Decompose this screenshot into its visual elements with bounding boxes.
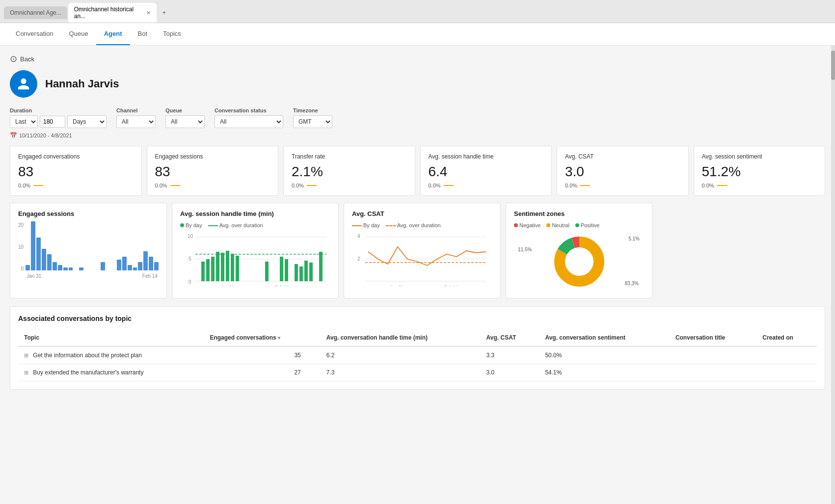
donut-chart-svg: [547, 232, 611, 291]
kpi-avg-handle-value: 6.4: [429, 164, 544, 180]
timezone-select[interactable]: GMT: [293, 115, 332, 128]
bar: [26, 265, 30, 270]
kpi-transfer-footer: 0.0%: [292, 183, 407, 188]
browser-tab-active[interactable]: Omnichannel historical an... ✕: [68, 3, 157, 23]
cell-created-on-1: [756, 346, 817, 364]
svg-rect-9: [206, 259, 210, 281]
bar: [69, 267, 73, 270]
bar: [128, 265, 132, 270]
svg-rect-14: [231, 254, 234, 281]
tab-active-label: Omnichannel historical an...: [74, 6, 141, 20]
kpi-avg-csat-line: [580, 185, 590, 186]
cell-avg-sentiment-2: 54.1%: [539, 364, 669, 381]
tab-agent[interactable]: Agent: [96, 23, 130, 45]
sentiment-pct-negative: 5.1%: [628, 236, 640, 241]
kpi-avg-csat-footer: 0.0%: [565, 183, 680, 188]
cell-topic-2: ⊞ Buy extended the manufacturer's warran…: [18, 364, 204, 381]
scrollbar[interactable]: [831, 46, 835, 504]
timezone-filter: Timezone GMT: [293, 107, 332, 128]
kpi-avg-sentiment-line: [717, 185, 727, 186]
bar: [31, 221, 35, 270]
cell-avg-sentiment-1: 50.0%: [539, 346, 669, 364]
duration-value-input[interactable]: [40, 116, 65, 128]
sentiment-pct-positive: 11.5%: [518, 247, 532, 252]
back-button[interactable]: ⊙ Back: [10, 53, 825, 64]
bar: [42, 249, 46, 270]
svg-rect-11: [216, 252, 219, 281]
kpi-avg-handle-footer: 0.0%: [429, 183, 544, 188]
bar: [133, 267, 137, 270]
bar: [63, 267, 68, 270]
col-conv-title: Conversation title: [670, 329, 756, 346]
sessions-x-labels: Jan 31 Feb 14: [26, 273, 159, 279]
kpi-engaged-sess-value: 83: [155, 164, 270, 180]
table-row: ⊞ Buy extended the manufacturer's warran…: [18, 364, 817, 381]
svg-rect-30: [309, 263, 313, 281]
cell-conv-title-1: [670, 346, 756, 364]
chart-avg-csat: Avg. CSAT By day Avg. over duration 4 2 …: [344, 203, 501, 298]
csat-by-day-legend: [352, 225, 362, 226]
bar: [58, 265, 62, 270]
add-tab-button[interactable]: +: [158, 6, 171, 19]
table-section: Associated conversations by topic Topic …: [10, 306, 825, 390]
sort-icon[interactable]: ▾: [278, 335, 280, 341]
kpi-avg-handle-change: 0.0%: [429, 183, 441, 188]
status-select[interactable]: All: [215, 115, 283, 128]
chart-avg-handle-title: Avg. session handle time (min): [180, 210, 330, 217]
calendar-icon: 📅: [10, 132, 17, 139]
avatar: [10, 70, 37, 98]
browser-tab-inactive[interactable]: Omnichannel Age...: [4, 6, 67, 19]
expand-icon-1[interactable]: ⊞: [24, 352, 28, 358]
status-filter: Conversation status All: [215, 107, 283, 128]
svg-rect-29: [304, 261, 308, 281]
col-created-on: Created on: [756, 329, 817, 346]
csat-avg-legend: [386, 225, 396, 226]
kpi-avg-handle-title: Avg. session handle time: [429, 153, 544, 160]
svg-text:5: 5: [189, 256, 191, 262]
duration-unit-select[interactable]: Days Weeks Months: [67, 115, 107, 128]
channel-select[interactable]: All: [116, 115, 156, 128]
kpi-transfer-rate: Transfer rate 2.1% 0.0%: [283, 146, 415, 196]
svg-rect-13: [226, 251, 229, 281]
chart-sentiment-legend: Negative Neutral Positive: [514, 222, 645, 228]
negative-dot: [514, 223, 518, 227]
scrollbar-thumb[interactable]: [831, 51, 835, 80]
tab-topics[interactable]: Topics: [155, 23, 189, 45]
kpi-engaged-sess-title: Engaged sessions: [155, 153, 270, 160]
bar: [53, 262, 57, 270]
svg-text:Jan 31: Jan 31: [221, 285, 234, 286]
kpi-avg-sentiment: Avg. session sentiment 51.2% 0.0%: [694, 146, 826, 196]
svg-text:Feb 14: Feb 14: [444, 285, 458, 286]
channel-filter: Channel All: [116, 107, 156, 128]
kpi-avg-csat-value: 3.0: [565, 164, 680, 180]
kpi-transfer-value: 2.1%: [292, 164, 407, 180]
cell-avg-csat-1: 3.3: [481, 346, 539, 364]
svg-rect-12: [221, 253, 224, 281]
cell-engaged-conv-2: 27: [204, 364, 320, 381]
kpi-avg-csat-title: Avg. CSAT: [565, 153, 680, 160]
bar: [117, 260, 121, 270]
queue-select[interactable]: All: [165, 115, 205, 128]
chart-sentiment-title: Sentiment zones: [514, 210, 645, 217]
chart-avg-handle-legend: By day Avg. over duration: [180, 222, 330, 228]
sessions-bar-chart: [26, 222, 159, 271]
tab-queue[interactable]: Queue: [61, 23, 96, 45]
bar: [154, 262, 159, 270]
tab-bot[interactable]: Bot: [130, 23, 156, 45]
tab-conversation[interactable]: Conversation: [8, 23, 61, 45]
bar: [143, 251, 148, 270]
bar: [138, 262, 142, 270]
chart-avg-csat-title: Avg. CSAT: [352, 210, 492, 217]
positive-dot: [575, 223, 579, 227]
queue-filter: Queue All: [165, 107, 205, 128]
browser-tabs: Omnichannel Age... Omnichannel historica…: [0, 0, 835, 23]
date-range-text: 10/11/2020 - 4/8/2021: [19, 133, 72, 138]
close-tab-icon[interactable]: ✕: [146, 10, 151, 16]
back-label: Back: [20, 55, 34, 63]
duration-preset-select[interactable]: Last: [10, 115, 38, 128]
bar: [101, 262, 105, 270]
channel-label: Channel: [116, 107, 156, 113]
expand-icon-2[interactable]: ⊞: [24, 370, 28, 375]
duration-filter: Duration Last Days Weeks Months: [10, 107, 107, 128]
cell-created-on-2: [756, 364, 817, 381]
